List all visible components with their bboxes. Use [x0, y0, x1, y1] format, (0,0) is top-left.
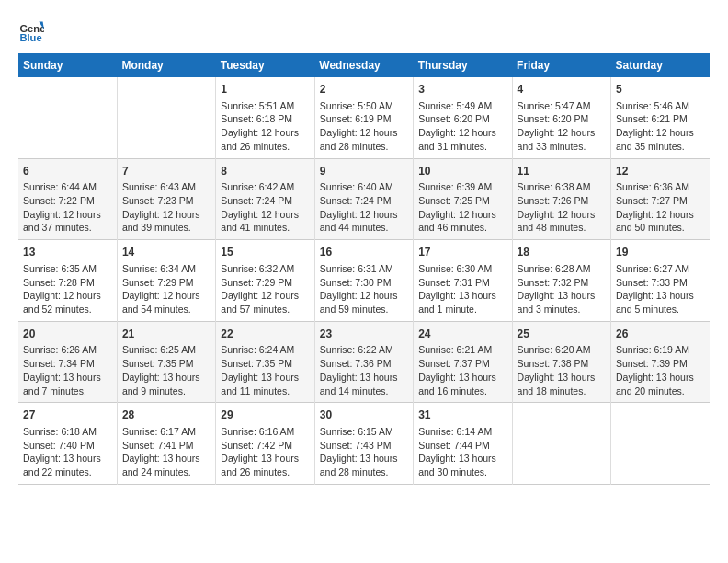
logo: General Blue [18, 18, 48, 44]
day-info: Sunrise: 6:40 AM Sunset: 7:24 PM Dayligh… [320, 180, 408, 235]
calendar-cell: 29Sunrise: 6:16 AM Sunset: 7:42 PM Dayli… [216, 403, 314, 485]
calendar-cell: 13Sunrise: 6:35 AM Sunset: 7:28 PM Dayli… [18, 240, 117, 322]
day-number: 23 [320, 327, 408, 342]
calendar-cell: 11Sunrise: 6:38 AM Sunset: 7:26 PM Dayli… [512, 158, 610, 240]
calendar-cell: 31Sunrise: 6:14 AM Sunset: 7:44 PM Dayli… [414, 403, 512, 485]
day-info: Sunrise: 6:34 AM Sunset: 7:29 PM Dayligh… [122, 262, 210, 316]
day-number: 20 [23, 327, 112, 342]
col-header-wednesday: Wednesday [314, 53, 413, 77]
calendar-cell: 27Sunrise: 6:18 AM Sunset: 7:40 PM Dayli… [18, 403, 117, 485]
calendar-cell [18, 77, 117, 158]
day-number: 10 [418, 164, 506, 179]
calendar-cell: 25Sunrise: 6:20 AM Sunset: 7:38 PM Dayli… [512, 321, 610, 403]
calendar-cell: 10Sunrise: 6:39 AM Sunset: 7:25 PM Dayli… [414, 158, 512, 240]
day-info: Sunrise: 6:24 AM Sunset: 7:35 PM Dayligh… [221, 343, 309, 397]
day-info: Sunrise: 5:50 AM Sunset: 6:19 PM Dayligh… [320, 99, 408, 154]
calendar-cell [611, 403, 710, 485]
day-number: 27 [23, 408, 112, 423]
calendar-cell: 19Sunrise: 6:27 AM Sunset: 7:33 PM Dayli… [611, 240, 710, 322]
day-number: 13 [23, 245, 112, 260]
calendar-cell: 9Sunrise: 6:40 AM Sunset: 7:24 PM Daylig… [314, 158, 413, 240]
day-number: 3 [418, 82, 506, 98]
day-info: Sunrise: 5:49 AM Sunset: 6:20 PM Dayligh… [418, 99, 506, 154]
calendar-cell: 20Sunrise: 6:26 AM Sunset: 7:34 PM Dayli… [18, 321, 117, 403]
calendar-cell: 14Sunrise: 6:34 AM Sunset: 7:29 PM Dayli… [117, 240, 215, 322]
col-header-monday: Monday [117, 53, 215, 77]
calendar-cell: 16Sunrise: 6:31 AM Sunset: 7:30 PM Dayli… [314, 240, 413, 322]
logo-icon: General Blue [18, 18, 44, 44]
day-info: Sunrise: 6:27 AM Sunset: 7:33 PM Dayligh… [616, 262, 705, 316]
day-info: Sunrise: 6:38 AM Sunset: 7:26 PM Dayligh… [518, 180, 606, 235]
day-info: Sunrise: 6:21 AM Sunset: 7:37 PM Dayligh… [418, 343, 506, 397]
calendar-cell [512, 403, 610, 485]
day-info: Sunrise: 6:36 AM Sunset: 7:27 PM Dayligh… [616, 180, 705, 235]
calendar-cell: 30Sunrise: 6:15 AM Sunset: 7:43 PM Dayli… [314, 403, 413, 485]
day-number: 26 [616, 327, 705, 342]
day-number: 15 [221, 245, 309, 260]
day-info: Sunrise: 6:14 AM Sunset: 7:44 PM Dayligh… [418, 425, 506, 479]
col-header-thursday: Thursday [414, 53, 512, 77]
day-number: 24 [418, 327, 506, 342]
day-number: 7 [122, 164, 210, 179]
day-number: 14 [122, 245, 210, 260]
day-number: 25 [518, 327, 606, 342]
calendar-cell: 3Sunrise: 5:49 AM Sunset: 6:20 PM Daylig… [414, 77, 512, 158]
calendar-cell: 28Sunrise: 6:17 AM Sunset: 7:41 PM Dayli… [117, 403, 215, 485]
week-row-3: 13Sunrise: 6:35 AM Sunset: 7:28 PM Dayli… [18, 240, 710, 322]
day-number: 2 [320, 82, 408, 98]
week-row-4: 20Sunrise: 6:26 AM Sunset: 7:34 PM Dayli… [18, 321, 710, 403]
day-info: Sunrise: 6:19 AM Sunset: 7:39 PM Dayligh… [616, 343, 705, 397]
day-info: Sunrise: 6:30 AM Sunset: 7:31 PM Dayligh… [418, 262, 506, 316]
day-number: 18 [518, 245, 606, 260]
calendar-cell: 26Sunrise: 6:19 AM Sunset: 7:39 PM Dayli… [611, 321, 710, 403]
day-info: Sunrise: 5:46 AM Sunset: 6:21 PM Dayligh… [616, 99, 705, 154]
day-number: 6 [23, 164, 112, 179]
day-number: 21 [122, 327, 210, 342]
day-info: Sunrise: 6:17 AM Sunset: 7:41 PM Dayligh… [122, 425, 210, 479]
week-row-2: 6Sunrise: 6:44 AM Sunset: 7:22 PM Daylig… [18, 158, 710, 240]
page-header: General Blue [18, 18, 710, 44]
day-number: 19 [616, 245, 705, 260]
calendar-cell: 17Sunrise: 6:30 AM Sunset: 7:31 PM Dayli… [414, 240, 512, 322]
day-number: 4 [518, 82, 606, 98]
day-number: 30 [320, 408, 408, 423]
day-info: Sunrise: 6:26 AM Sunset: 7:34 PM Dayligh… [23, 343, 112, 397]
day-number: 28 [122, 408, 210, 423]
calendar-cell [117, 77, 215, 158]
day-info: Sunrise: 6:42 AM Sunset: 7:24 PM Dayligh… [221, 180, 309, 235]
day-info: Sunrise: 6:44 AM Sunset: 7:22 PM Dayligh… [23, 180, 112, 235]
day-number: 29 [221, 408, 309, 423]
calendar-cell: 8Sunrise: 6:42 AM Sunset: 7:24 PM Daylig… [216, 158, 314, 240]
calendar-cell: 5Sunrise: 5:46 AM Sunset: 6:21 PM Daylig… [611, 77, 710, 158]
week-row-1: 1Sunrise: 5:51 AM Sunset: 6:18 PM Daylig… [18, 77, 710, 158]
day-info: Sunrise: 6:28 AM Sunset: 7:32 PM Dayligh… [518, 262, 606, 316]
day-number: 31 [418, 408, 506, 423]
calendar-cell: 2Sunrise: 5:50 AM Sunset: 6:19 PM Daylig… [314, 77, 413, 158]
calendar-cell: 23Sunrise: 6:22 AM Sunset: 7:36 PM Dayli… [314, 321, 413, 403]
day-number: 1 [221, 82, 309, 98]
day-number: 9 [320, 164, 408, 179]
day-number: 12 [616, 164, 705, 179]
day-info: Sunrise: 6:25 AM Sunset: 7:35 PM Dayligh… [122, 343, 210, 397]
day-info: Sunrise: 5:51 AM Sunset: 6:18 PM Dayligh… [221, 99, 309, 154]
day-number: 11 [518, 164, 606, 179]
week-row-5: 27Sunrise: 6:18 AM Sunset: 7:40 PM Dayli… [18, 403, 710, 485]
calendar-cell: 4Sunrise: 5:47 AM Sunset: 6:20 PM Daylig… [512, 77, 610, 158]
day-number: 8 [221, 164, 309, 179]
col-header-sunday: Sunday [18, 53, 117, 77]
col-header-saturday: Saturday [611, 53, 710, 77]
calendar-cell: 1Sunrise: 5:51 AM Sunset: 6:18 PM Daylig… [216, 77, 314, 158]
calendar-cell: 7Sunrise: 6:43 AM Sunset: 7:23 PM Daylig… [117, 158, 215, 240]
calendar-cell: 12Sunrise: 6:36 AM Sunset: 7:27 PM Dayli… [611, 158, 710, 240]
day-info: Sunrise: 6:35 AM Sunset: 7:28 PM Dayligh… [23, 262, 112, 316]
day-info: Sunrise: 6:39 AM Sunset: 7:25 PM Dayligh… [418, 180, 506, 235]
calendar-cell: 24Sunrise: 6:21 AM Sunset: 7:37 PM Dayli… [414, 321, 512, 403]
day-number: 22 [221, 327, 309, 342]
day-number: 17 [418, 245, 506, 260]
day-number: 5 [616, 82, 705, 98]
calendar-cell: 22Sunrise: 6:24 AM Sunset: 7:35 PM Dayli… [216, 321, 314, 403]
calendar-cell: 6Sunrise: 6:44 AM Sunset: 7:22 PM Daylig… [18, 158, 117, 240]
calendar-cell: 21Sunrise: 6:25 AM Sunset: 7:35 PM Dayli… [117, 321, 215, 403]
day-info: Sunrise: 6:20 AM Sunset: 7:38 PM Dayligh… [518, 343, 606, 397]
col-header-friday: Friday [512, 53, 610, 77]
